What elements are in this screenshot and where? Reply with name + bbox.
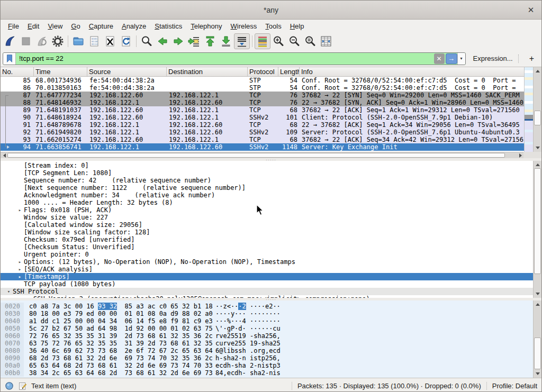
detail-line[interactable]: 1000 .... = Header Length: 32 bytes (8) [1,199,534,206]
go-last-icon[interactable] [218,33,234,49]
packet-row[interactable]: 92 71.661949820 192.168.122.1 192.168.12… [1,129,525,136]
title-bar[interactable]: *any ✕ [1,1,541,20]
detail-line[interactable]: Window size value: 227 [1,214,534,221]
detail-line[interactable]: ▾SSH Protocol [1,288,534,295]
packet-row[interactable]: 85 68.001734936 fe:54:00:d4:38:2a STP 54… [1,77,525,84]
column-header[interactable]: Destination [167,67,248,76]
expander-icon[interactable] [16,221,24,229]
scrollbar-thumb[interactable] [534,111,541,125]
scroll-up-arrow-icon[interactable] [534,67,541,74]
hex-row[interactable]: 00a065 63 64 68 2d 73 68 61 32 2d 6e 69 … [1,362,541,369]
packet-row[interactable]: 87 71.647777234 192.168.122.60 192.168.1… [1,92,525,99]
column-header[interactable]: Source [87,67,167,76]
filter-bookmark-button[interactable] [3,53,16,65]
scroll-left-arrow-icon[interactable] [1,152,7,158]
expander-icon[interactable] [16,199,24,206]
menu-item[interactable]: Go [67,21,84,32]
expander-icon[interactable] [16,214,24,221]
packet-list-minimap[interactable] [524,67,533,152]
expander-icon[interactable] [16,184,24,192]
stop-capture-icon[interactable] [18,33,34,49]
resize-columns-icon[interactable] [318,33,334,49]
packet-row[interactable]: 86 70.013850163 fe:54:00:d4:38:2a STP 54… [1,84,525,92]
packet-list-hscrollbar[interactable] [1,152,525,158]
capture-comment-icon[interactable] [18,381,27,390]
detail-line[interactable]: ▸Flags: 0x018 (PSH, ACK) [1,206,534,214]
hex-vscrollbar[interactable] [533,300,541,378]
menu-item[interactable]: Statistics [150,21,186,32]
expander-icon[interactable] [16,251,24,258]
start-capture-icon[interactable] [2,33,18,49]
detail-line[interactable]: Urgent pointer: 0 [1,251,534,258]
column-header[interactable]: Length [278,67,300,76]
close-icon[interactable]: ✕ [526,5,536,15]
scroll-up-arrow-icon[interactable] [534,161,541,168]
column-header[interactable]: Time [34,67,87,76]
details-vscrollbar[interactable] [533,161,541,298]
scroll-up-arrow-icon[interactable] [534,300,541,307]
detail-line[interactable]: [Calculated window size: 29056] [1,221,534,229]
expert-info-icon[interactable] [5,381,14,390]
colorize-icon[interactable] [255,33,270,49]
add-filter-button[interactable]: + [524,54,539,63]
open-file-icon[interactable] [70,33,86,49]
hex-row[interactable]: 008036 40 6c 69 62 73 73 68 2e 6f 72 67 … [1,347,541,354]
expander-icon[interactable] [16,236,24,243]
hex-row[interactable]: 00505c 27 b2 67 50 ad 64 98 1d 92 00 00 … [1,325,541,332]
capture-options-icon[interactable] [50,33,66,49]
hex-row[interactable]: 006072 76 65 32 35 35 31 39 2d 73 68 61 … [1,332,541,340]
expander-icon[interactable] [16,169,24,177]
filter-history-caret-icon[interactable]: ▾ [457,53,465,65]
scroll-down-arrow-icon[interactable] [534,371,541,378]
expander-icon[interactable]: ▸ [16,258,24,266]
detail-line[interactable]: [Checksum Status: Unverified] [1,243,534,251]
column-header[interactable]: Info [300,67,525,76]
menu-item[interactable]: View [43,21,67,32]
menu-item[interactable]: Wireless [227,21,261,32]
hex-row[interactable]: 0020c0 a8 7a 3c 00 16 93 32 85 a3 ac c0 … [1,303,541,310]
display-filter-input[interactable] [16,53,434,65]
expander-icon[interactable] [16,243,24,251]
detail-line[interactable]: ▸Options: (12 bytes), No-Operation (NOP)… [1,258,534,266]
menu-item[interactable]: Edit [23,21,43,32]
detail-line[interactable]: Sequence number: 42 (relative sequence n… [1,177,534,184]
zoom-in-icon[interactable] [270,33,286,49]
detail-line[interactable]: [Window size scaling factor: 128] [1,229,534,236]
menu-item[interactable]: Tools [261,21,285,32]
detail-line[interactable]: ▸SSH Version 2 (encryption:chacha20-poly… [1,295,534,298]
detail-line[interactable]: [TCP Segment Len: 1080] [1,169,534,177]
menu-item[interactable]: Help [286,21,309,32]
menu-item[interactable]: Analyze [118,21,150,32]
hex-row[interactable]: 0040a1 dd c1 25 00 00 04 34 06 14 f5 e8 … [1,317,541,325]
zoom-reset-icon[interactable] [302,33,318,49]
expander-icon[interactable] [16,177,24,184]
close-file-icon[interactable] [102,33,118,49]
packet-row[interactable]: 90 71.648618924 192.168.122.60 192.168.1… [1,114,525,121]
save-file-icon[interactable]: 010101100113 [86,33,102,49]
packet-row[interactable]: 91 71.648789678 192.168.122.1 192.168.12… [1,121,525,129]
expression-button[interactable]: Expression... [473,54,513,62]
reload-file-icon[interactable] [118,33,134,49]
hex-row[interactable]: 00b038 34 2c 65 63 64 68 2d 73 68 61 32 … [1,369,541,377]
scroll-down-arrow-icon[interactable] [534,291,541,298]
zoom-out-icon[interactable] [286,33,302,49]
expander-icon[interactable]: ▸ [25,295,33,298]
expander-icon[interactable]: ▸ [16,273,24,280]
expander-icon[interactable]: ▸ [16,266,24,273]
expander-icon[interactable] [16,162,24,169]
column-header[interactable]: Protocol [248,67,278,76]
filter-apply-icon[interactable]: → [446,53,457,64]
expander-icon[interactable]: ▾ [5,288,13,295]
go-first-icon[interactable] [202,33,218,49]
filter-clear-icon[interactable]: ✕ [434,53,445,64]
hex-row[interactable]: 009068 2d 73 68 61 32 2d 6e 69 73 74 70 … [1,354,541,362]
scrollbar-thumb[interactable] [7,153,505,158]
detail-line[interactable]: [Stream index: 0] [1,162,534,169]
menu-item[interactable]: File [4,21,23,32]
restart-capture-icon[interactable] [34,33,50,49]
go-forward-icon[interactable] [170,33,186,49]
packet-row[interactable]: 89 71.648191037 192.168.122.60 192.168.1… [1,106,525,114]
expander-icon[interactable] [16,192,24,199]
expander-icon[interactable] [16,229,24,236]
menu-item[interactable]: Capture [85,21,118,32]
